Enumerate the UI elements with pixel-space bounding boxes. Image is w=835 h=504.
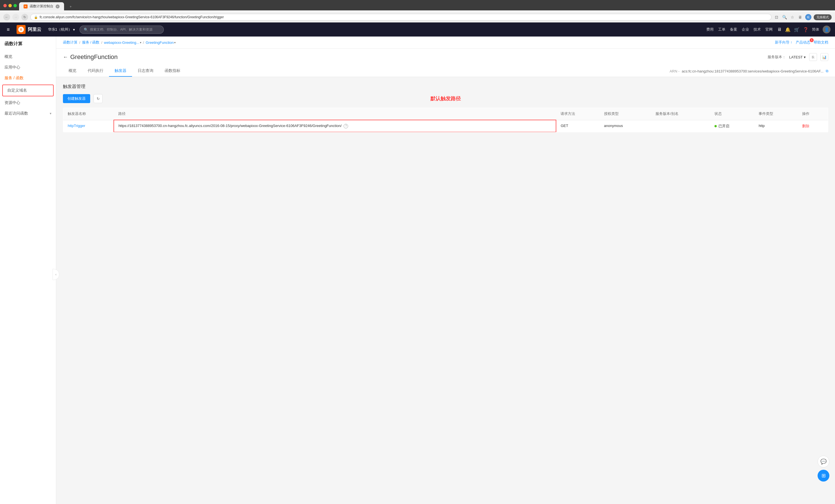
new-user-guide-link[interactable]: 新手向导 ↑ bbox=[775, 40, 792, 45]
product-news-link[interactable]: 产品动态 5 bbox=[796, 40, 810, 45]
nav-item-support[interactable]: 技术 bbox=[754, 26, 761, 33]
breadcrumb-fc[interactable]: 函数计算 bbox=[63, 40, 78, 45]
browser-toolbar: ← → ↻ 🔒 fc.console.aliyun.com/fc/service… bbox=[0, 12, 835, 22]
breadcrumb-service[interactable]: 服务 / 函数 bbox=[82, 40, 100, 45]
nav-item-icp[interactable]: 备案 bbox=[730, 26, 737, 33]
version-selector[interactable]: LATEST ▾ bbox=[789, 55, 806, 59]
help-docs-link[interactable]: 帮助文档 bbox=[814, 40, 828, 45]
arn-label: ARN - bbox=[670, 69, 679, 73]
cart-icon[interactable]: 🛒 bbox=[794, 27, 800, 32]
table-body: httpTrigger https://1813774388953700.cn-… bbox=[63, 120, 828, 132]
sidebar-item-resource-center[interactable]: 资源中心 bbox=[0, 98, 56, 108]
chart-icon-btn[interactable]: 📊 bbox=[820, 53, 828, 61]
grid-float-btn[interactable]: ⊞ bbox=[818, 470, 829, 482]
sidebar-item-service-function[interactable]: 服务 / 函数 bbox=[0, 73, 56, 83]
tab-log[interactable]: 日志查询 bbox=[132, 65, 159, 77]
delete-link[interactable]: 删除 bbox=[802, 124, 810, 128]
trigger-name-link[interactable]: httpTrigger bbox=[68, 124, 85, 128]
create-trigger-btn[interactable]: 创建触发器 bbox=[63, 94, 90, 103]
col-method: 请求方法 bbox=[556, 108, 599, 120]
tab-trigger[interactable]: 触发器 bbox=[109, 65, 132, 77]
breadcrumb-dropdown-chevron: ▾ bbox=[140, 41, 141, 44]
hamburger-menu-btn[interactable]: ≡ bbox=[4, 27, 12, 33]
nav-item-official[interactable]: 官网 bbox=[765, 26, 773, 33]
copy-icon-btn[interactable]: ⎘ bbox=[809, 53, 817, 61]
method-value: GET bbox=[561, 124, 568, 128]
trigger-name-cell: httpTrigger bbox=[63, 120, 114, 132]
status-text-value: 已开启 bbox=[718, 124, 729, 129]
back-arrow-btn[interactable]: ← bbox=[63, 54, 68, 60]
col-event: 事件类型 bbox=[754, 108, 798, 120]
nav-refresh-btn[interactable]: ↻ bbox=[21, 14, 28, 21]
path-cell: https://1813774388953700.cn-hangzhou.fc.… bbox=[114, 120, 556, 132]
url-text: fc.console.aliyun.com/fc/service/cn-hang… bbox=[40, 15, 768, 19]
search-icon: 🔍 bbox=[84, 27, 88, 32]
version-chevron: ▾ bbox=[804, 55, 806, 59]
breadcrumb-function-name[interactable]: GreetingFunction ▾ bbox=[145, 40, 176, 45]
logo-text: 阿里云 bbox=[28, 27, 41, 33]
browser-tab-active[interactable]: fc 函数计算控制台 × bbox=[19, 2, 64, 11]
sidebar-item-custom-domain[interactable]: 自定义域名 bbox=[3, 85, 53, 96]
header-nav: 费用 工单 备案 企业 技术 官网 bbox=[706, 26, 773, 33]
nav-back-btn[interactable]: ← bbox=[3, 14, 10, 21]
col-auth: 授权类型 bbox=[599, 108, 651, 120]
traffic-light-green[interactable] bbox=[14, 4, 17, 7]
extension-icon[interactable]: IE bbox=[805, 14, 811, 20]
main-layout: 函数计算 概览 应用中心 服务 / 函数 自定义域名 资源中心 最近访问函数 ▾… bbox=[0, 37, 835, 504]
arn-copy-icon[interactable]: ⧉ bbox=[826, 69, 828, 73]
chat-float-btn[interactable]: 💬 bbox=[818, 456, 829, 467]
breadcrumb-service-name[interactable]: webapixxx-Greeting... ▾ bbox=[104, 40, 141, 45]
tab-code-execute[interactable]: 代码执行 bbox=[82, 65, 109, 77]
status-container: 已开启 bbox=[714, 124, 750, 129]
nav-item-fees[interactable]: 费用 bbox=[706, 26, 714, 33]
lang-switcher[interactable]: 简体 bbox=[812, 26, 819, 33]
sidebar: 函数计算 概览 应用中心 服务 / 函数 自定义域名 资源中心 最近访问函数 ▾… bbox=[0, 37, 56, 504]
aliyun-logo: 阿里云 bbox=[17, 25, 41, 34]
breadcrumb-bar: 函数计算 / 服务 / 函数 / webapixxx-Greeting... ▾… bbox=[56, 37, 835, 48]
tabs-row: 概览 代码执行 触发器 日志查询 函数指标 ARN bbox=[63, 65, 828, 77]
bookmark-icon[interactable]: ☆ bbox=[790, 14, 795, 20]
section-title: 触发器管理 bbox=[63, 84, 828, 89]
region-chevron: ▾ bbox=[73, 27, 75, 32]
avatar[interactable]: 👤 bbox=[823, 25, 831, 34]
browser-search-icon[interactable]: 🔍 bbox=[781, 14, 787, 20]
search-placeholder: 搜索文档、控制台、API、解决方案和资源 bbox=[90, 27, 152, 32]
col-status: 状态 bbox=[710, 108, 754, 120]
tabs: 概览 代码执行 触发器 日志查询 函数指标 bbox=[63, 65, 186, 77]
status-cell: 已开启 bbox=[710, 120, 754, 132]
refresh-btn[interactable]: ↻ bbox=[94, 94, 103, 103]
path-question-icon[interactable]: ? bbox=[344, 124, 348, 128]
help-icon[interactable]: ❓ bbox=[803, 27, 809, 32]
triggers-table: 触发器名称 路径 请求方法 授权类型 服务版本/别名 状态 事件类型 操作 ht… bbox=[63, 107, 828, 132]
nav-item-ticket[interactable]: 工单 bbox=[718, 26, 726, 33]
sidebar-item-app-center[interactable]: 应用中心 bbox=[0, 62, 56, 73]
region-selector[interactable]: 华东1（杭州） ▾ bbox=[48, 27, 75, 32]
default-path-label: 默认触发路径 bbox=[430, 95, 461, 102]
screen-icon[interactable]: 🖥 bbox=[797, 14, 803, 20]
action-cell: 删除 bbox=[798, 120, 828, 132]
header-search[interactable]: 🔍 搜索文档、控制台、API、解决方案和资源 bbox=[80, 25, 164, 34]
nav-forward-btn[interactable]: → bbox=[12, 14, 19, 21]
monitor-icon[interactable]: 🖥 bbox=[777, 27, 781, 32]
sidebar-item-overview[interactable]: 概览 bbox=[0, 52, 56, 62]
browser-chrome: fc 函数计算控制台 × + bbox=[0, 0, 835, 11]
traffic-light-red[interactable] bbox=[3, 4, 7, 7]
nav-item-enterprise[interactable]: 企业 bbox=[742, 26, 749, 33]
tab-overview[interactable]: 概览 bbox=[63, 65, 82, 77]
tab-close-btn[interactable]: × bbox=[56, 4, 60, 8]
cast-icon[interactable]: ⊡ bbox=[774, 14, 779, 20]
page-header-actions: 服务版本： LATEST ▾ ⎘ 📊 bbox=[768, 53, 828, 61]
table-header: 触发器名称 路径 请求方法 授权类型 服务版本/别名 状态 事件类型 操作 bbox=[63, 108, 828, 120]
traffic-lights bbox=[3, 4, 17, 7]
page-header: ← GreetingFunction 服务版本： LATEST ▾ ⎘ 📊 bbox=[56, 48, 835, 77]
arn-bar: ARN - acs:fc:cn-hangzhou:181377438895370… bbox=[670, 69, 828, 73]
new-tab-btn[interactable]: + bbox=[65, 3, 76, 11]
path-value: https://1813774388953700.cn-hangzhou.fc.… bbox=[119, 124, 342, 128]
traffic-light-yellow[interactable] bbox=[8, 4, 12, 7]
tab-favicon: fc bbox=[24, 4, 27, 8]
bell-icon[interactable]: 🔔 bbox=[785, 27, 791, 32]
address-bar[interactable]: 🔒 fc.console.aliyun.com/fc/service/cn-ha… bbox=[30, 14, 772, 21]
version-value: LATEST bbox=[789, 55, 803, 59]
sidebar-item-recent-functions[interactable]: 最近访问函数 ▾ bbox=[0, 108, 56, 119]
tab-metrics[interactable]: 函数指标 bbox=[159, 65, 186, 77]
